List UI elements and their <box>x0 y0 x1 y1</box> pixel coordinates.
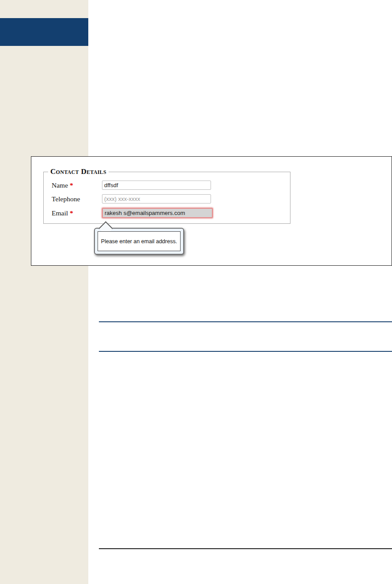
name-row: Name * <box>52 181 290 190</box>
sidebar <box>0 0 88 584</box>
contact-details-fieldset: Contact Details Name * Telephone Email * <box>43 167 290 224</box>
sidebar-accent-block <box>0 18 88 46</box>
horizontal-rule-dark <box>99 548 392 549</box>
email-label: Email * <box>52 209 102 217</box>
required-asterisk: * <box>70 209 73 217</box>
horizontal-rule-blue-top <box>99 321 392 322</box>
telephone-label: Telephone <box>52 195 102 203</box>
telephone-input[interactable] <box>102 194 211 203</box>
contact-form-screenshot-panel: Contact Details Name * Telephone Email *… <box>31 156 392 266</box>
email-input[interactable] <box>102 208 213 218</box>
name-input[interactable] <box>102 181 211 190</box>
horizontal-rule-blue-bottom <box>99 351 392 352</box>
name-label: Name * <box>52 181 102 189</box>
required-asterisk: * <box>70 181 73 189</box>
validation-tooltip-text: Please enter an email address. <box>98 231 181 251</box>
validation-tooltip: Please enter an email address. <box>94 228 184 255</box>
telephone-row: Telephone <box>52 194 290 203</box>
contact-details-legend: Contact Details <box>48 167 109 176</box>
email-row: Email * <box>52 208 290 218</box>
